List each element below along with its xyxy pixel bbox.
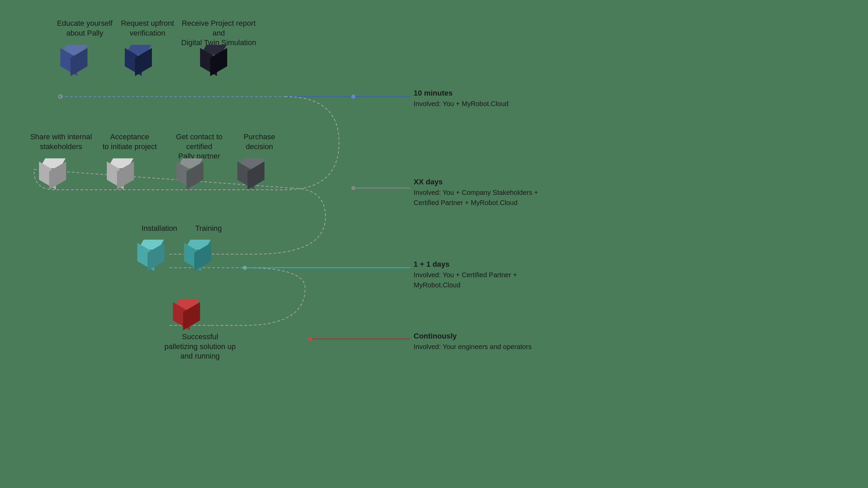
timeline-10min-label: 10 minutes: [414, 87, 509, 99]
receive-cube: [200, 44, 227, 71]
timeline-xxdays-label: XX days: [414, 176, 538, 187]
training-label: Training: [185, 224, 232, 233]
timeline-continously: Continously Involved: Your engineers and…: [414, 330, 532, 352]
successful-label: Successfulpalletizing solution upand run…: [163, 332, 237, 361]
request-label: Request upfrontverification: [115, 19, 180, 38]
request-cube: [125, 44, 152, 71]
contact-label: Get contact to certifiedPally partner: [163, 132, 236, 161]
share-label: Share with internalstakeholders: [27, 132, 95, 151]
acceptance-label: Acceptanceto initiate project: [98, 132, 161, 151]
timeline-10min: 10 minutes Involved: You + MyRobot.Cloud: [414, 87, 509, 109]
contact-cube: [176, 158, 203, 185]
installation-cube: [137, 239, 164, 266]
successful-cube: [173, 298, 200, 325]
timeline-xxdays: XX days Involved: You + Company Stakehol…: [414, 176, 538, 208]
share-cube: [39, 158, 66, 185]
timeline-continously-label: Continously: [414, 330, 532, 342]
svg-point-7: [351, 186, 355, 190]
training-cube: [184, 239, 211, 266]
svg-point-13: [59, 95, 62, 98]
svg-point-5: [351, 95, 355, 99]
timeline-xxdays-involved: Involved: You + Company Stakeholders +Ce…: [414, 187, 538, 208]
timeline-10min-involved: Involved: You + MyRobot.Cloud: [414, 99, 509, 109]
acceptance-cube: [107, 158, 134, 185]
purchase-cube: [237, 158, 264, 185]
purchase-label: Purchasedecision: [232, 132, 287, 151]
timeline-continously-involved: Involved: Your engineers and operators: [414, 342, 532, 352]
educate-cube: [60, 44, 87, 71]
educate-label: Educate yourself about Pally: [53, 19, 117, 38]
receive-label: Receive Project report andDigital Twin S…: [180, 19, 258, 48]
timeline-1plus1: 1 + 1 days Involved: You + Certified Par…: [414, 259, 517, 290]
installation-label: Installation: [136, 224, 183, 233]
svg-point-11: [308, 337, 312, 341]
svg-point-9: [243, 266, 247, 270]
timeline-1plus1-label: 1 + 1 days: [414, 259, 517, 270]
timeline-1plus1-involved: Involved: You + Certified Partner +MyRob…: [414, 270, 517, 290]
